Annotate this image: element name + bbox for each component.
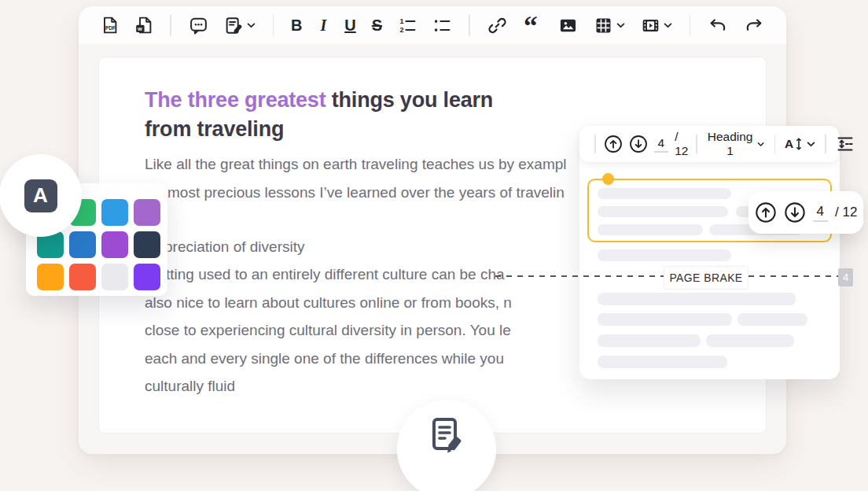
selection-handle[interactable] — [602, 173, 614, 185]
color-swatch[interactable] — [37, 264, 64, 290]
page-number-input[interactable]: 4 — [813, 204, 828, 222]
font-color-icon: A — [24, 179, 57, 212]
color-swatch[interactable] — [101, 199, 128, 226]
page-preview-card: PDF 4 / 12 Heading 1 — [579, 126, 840, 379]
ordered-list-icon: 1 2 — [398, 17, 417, 34]
strikethrough-icon: S — [372, 16, 382, 35]
insert-video-button[interactable] — [637, 12, 676, 39]
skeleton-bar — [598, 224, 703, 235]
skeleton-bar — [598, 334, 701, 347]
document-text-line[interactable]: culturally fluid — [145, 378, 235, 395]
arrow-up-circle-icon — [755, 201, 777, 223]
next-page-button[interactable] — [784, 201, 806, 223]
chevron-down-icon — [757, 142, 764, 147]
bold-button[interactable]: B — [287, 12, 306, 39]
insert-image-button[interactable] — [554, 12, 582, 39]
toolbar-divider — [825, 135, 826, 153]
toolbar-divider — [690, 15, 691, 36]
font-size-select[interactable]: A — [783, 136, 817, 152]
link-button[interactable] — [484, 12, 511, 39]
arrow-down-circle-icon — [784, 201, 806, 223]
text-height-icon — [795, 136, 803, 152]
color-swatch[interactable] — [101, 264, 128, 290]
page-count-label: / 12 — [675, 130, 688, 158]
skeleton-bar — [598, 313, 732, 326]
skeleton-bar — [706, 334, 794, 347]
page-count-label: / 12 — [835, 205, 857, 220]
document-text-line[interactable]: preciation of diversity — [164, 238, 304, 256]
skeleton-bar — [737, 313, 807, 326]
skeleton-bar — [598, 293, 796, 305]
color-swatch[interactable] — [134, 264, 160, 290]
floating-page-toolbar: PDF 4 / 12 Heading 1 — [579, 126, 839, 162]
previous-page-button[interactable] — [755, 201, 777, 223]
word-file-icon: W — [134, 16, 153, 35]
paragraph-style-select[interactable]: Heading 1 — [705, 130, 767, 158]
page-number-input[interactable]: 4 — [654, 136, 669, 153]
font-color-letter: A — [33, 183, 48, 208]
template-button[interactable] — [220, 12, 259, 39]
skeleton-bar — [598, 249, 731, 261]
chevron-down-icon — [807, 142, 815, 147]
page-break-button[interactable] — [834, 135, 856, 153]
document-text-line[interactable]: close to experiencing cultural diversity… — [145, 322, 511, 339]
blockquote-button[interactable]: “ — [519, 12, 546, 39]
blockquote-icon: “ — [523, 16, 542, 35]
font-color-button[interactable]: A — [0, 154, 82, 237]
compose-icon — [224, 16, 244, 35]
color-swatch[interactable] — [134, 231, 160, 258]
skeleton-bar — [598, 356, 727, 368]
ordered-list-button[interactable]: 1 2 — [394, 12, 421, 39]
document-text-line[interactable]: most precious lessons I’ve learned over … — [167, 184, 565, 201]
svg-text:W: W — [138, 26, 142, 31]
document-title[interactable]: The three greatest things you learnfrom … — [145, 86, 585, 144]
chevron-down-icon — [247, 23, 256, 28]
color-swatch[interactable] — [101, 231, 128, 258]
bullet-list-icon — [432, 17, 451, 34]
editor-toolbar: PDF W — [79, 6, 786, 44]
document-text-line[interactable]: tting used to an entirely different cult… — [166, 266, 505, 283]
chevron-down-icon — [616, 23, 625, 28]
italic-button[interactable]: I — [314, 12, 333, 39]
editor-brand-badge — [397, 400, 496, 491]
toolbar-divider — [273, 15, 274, 36]
toolbar-divider — [696, 135, 697, 153]
chevron-down-icon — [664, 23, 672, 28]
bullet-list-button[interactable] — [428, 12, 455, 39]
document-text-line[interactable]: each and every single one of the differe… — [145, 350, 504, 367]
svg-text:PDF: PDF — [105, 25, 116, 31]
color-swatch[interactable] — [69, 231, 96, 258]
comment-button[interactable] — [185, 12, 212, 39]
underline-icon: U — [344, 16, 355, 35]
document-pen-icon — [423, 414, 470, 461]
link-icon — [487, 16, 507, 35]
style-label: Heading 1 — [707, 130, 753, 158]
page-navigator: 4 / 12 — [748, 191, 863, 234]
move-block-down-button[interactable] — [629, 135, 648, 153]
svg-text:1: 1 — [399, 17, 403, 25]
bold-icon: B — [291, 16, 302, 35]
export-word-button[interactable]: W — [131, 12, 156, 39]
underline-button[interactable]: U — [340, 12, 359, 39]
strikethrough-button[interactable]: S — [368, 12, 386, 39]
toolbar-divider — [594, 135, 596, 153]
undo-icon — [708, 17, 728, 34]
arrow-down-circle-icon — [629, 135, 648, 153]
redo-button[interactable] — [740, 12, 768, 39]
svg-text:2: 2 — [399, 26, 403, 34]
skeleton-bar — [598, 206, 728, 217]
insert-table-button[interactable] — [590, 12, 629, 39]
export-pdf-button[interactable]: PDF — [97, 12, 123, 39]
document-text-line[interactable]: Like all the great things on earth trave… — [145, 156, 567, 173]
app-canvas: PDF W — [0, 0, 868, 491]
page-break-page-marker: 4 — [838, 268, 853, 286]
comment-icon — [189, 16, 208, 35]
undo-button[interactable] — [704, 12, 732, 39]
page-break-icon — [836, 135, 855, 153]
color-swatch[interactable] — [134, 199, 160, 226]
title-highlight: The three greatest — [145, 88, 326, 112]
toolbar-divider — [170, 15, 171, 36]
move-block-up-button[interactable] — [604, 135, 623, 153]
document-text-line[interactable]: also nice to learn about cultures online… — [145, 294, 512, 312]
color-swatch[interactable] — [69, 264, 96, 290]
